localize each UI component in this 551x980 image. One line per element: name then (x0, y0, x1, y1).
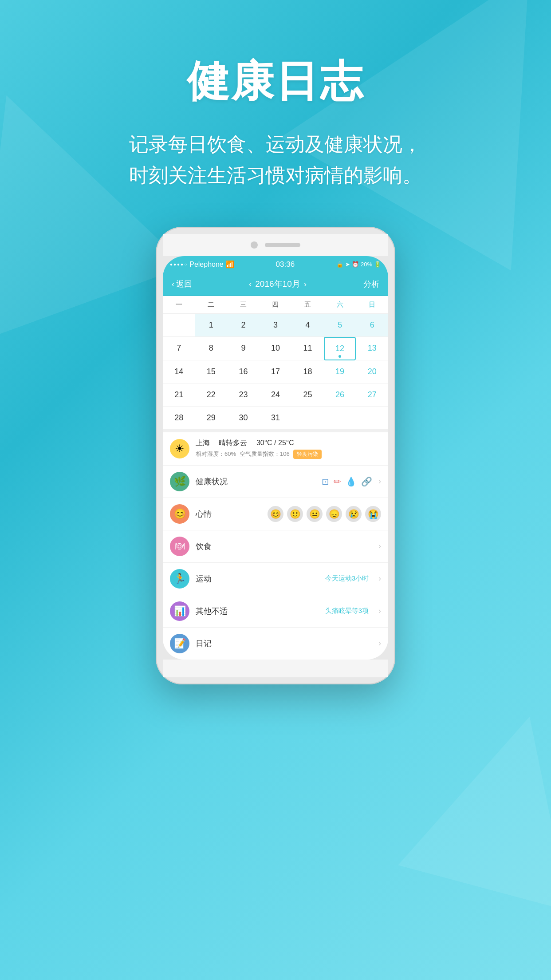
detail-section: ☀ 上海 晴转多云 30°C / 25°C 相对湿度：60% 空气质量指数：10… (163, 430, 388, 660)
health-chevron-icon: › (378, 477, 381, 486)
mood-crying[interactable]: 😭 (365, 506, 381, 522)
cal-cell-24[interactable]: 24 (260, 383, 292, 407)
cal-cell-23[interactable]: 23 (227, 383, 260, 407)
exercise-icon: 🏃 (170, 569, 189, 589)
list-row-exercise[interactable]: 🏃 运动 今天运动3小时 › (163, 563, 388, 595)
screen-content: ●●●●○ Pelephone 📶 03:36 🔒 ➤ ⏰ 20% 🔋 (163, 256, 388, 660)
cal-cell-17[interactable]: 17 (260, 360, 292, 383)
humidity-label: 相对湿度：60% (196, 450, 236, 458)
health-icon-chain: 🔗 (361, 476, 372, 487)
alarm-icon: ⏰ (352, 261, 359, 268)
weekday-fri: 五 (291, 296, 324, 313)
mood-sad[interactable]: 😞 (326, 506, 342, 522)
cal-cell-empty-1[interactable] (163, 314, 195, 337)
cal-cell-empty-6 (324, 407, 356, 430)
weekday-thu: 四 (260, 296, 292, 313)
wifi-icon: 📶 (225, 260, 234, 269)
discomfort-label: 其他不适 (196, 606, 319, 616)
cal-cell-15[interactable]: 15 (195, 360, 228, 383)
phone-container: ●●●●○ Pelephone 📶 03:36 🔒 ➤ ⏰ 20% 🔋 (0, 227, 551, 684)
back-button[interactable]: ‹ 返回 (172, 279, 192, 289)
cal-cell-16[interactable]: 16 (227, 360, 260, 383)
list-row-diet[interactable]: 🍽 饮食 › (163, 530, 388, 563)
diary-icon: 📝 (170, 634, 189, 653)
cal-cell-1[interactable]: 1 (195, 314, 228, 337)
list-row-diary[interactable]: 📝 日记 › (163, 628, 388, 660)
weather-city: 上海 (196, 439, 210, 447)
calendar-grid[interactable]: 1 2 3 4 5 6 7 8 9 10 11 12 13 (163, 314, 388, 430)
cal-cell-19[interactable]: 19 (324, 360, 356, 383)
cal-cell-20[interactable]: 20 (356, 360, 388, 383)
exercise-value: 今天运动3小时 (325, 574, 369, 583)
cal-cell-8[interactable]: 8 (195, 337, 228, 360)
status-time: 03:36 (276, 260, 295, 269)
cal-cell-25[interactable]: 25 (291, 383, 324, 407)
cal-cell-9[interactable]: 9 (227, 337, 260, 360)
weekday-tue: 二 (195, 296, 228, 313)
mood-neutral[interactable]: 😐 (307, 506, 323, 522)
phone-outer: ●●●●○ Pelephone 📶 03:36 🔒 ➤ ⏰ 20% 🔋 (156, 227, 395, 684)
status-right: 🔒 ➤ ⏰ 20% 🔋 (336, 261, 381, 268)
cal-cell-30[interactable]: 30 (227, 407, 260, 430)
phone-top-bar (163, 234, 388, 256)
calendar-weekdays: 一 二 三 四 五 六 日 (163, 296, 388, 314)
list-row-health[interactable]: 🌿 健康状况 ⊡ ✏ 💧 🔗 › (163, 466, 388, 498)
diet-chevron-icon: › (378, 541, 381, 551)
discomfort-chevron-icon: › (378, 606, 381, 616)
cal-cell-13[interactable]: 13 (356, 337, 388, 360)
weekday-sun: 日 (356, 296, 388, 313)
cal-cell-31[interactable]: 31 (260, 407, 292, 430)
cal-cell-12[interactable]: 12 (324, 337, 356, 360)
analyze-button[interactable]: 分析 (363, 279, 379, 289)
main-title: 健康日志 (0, 53, 551, 111)
health-icon-drop: 💧 (346, 476, 357, 487)
pollution-badge: 轻度污染 (293, 450, 322, 459)
status-left: ●●●●○ Pelephone 📶 (170, 260, 234, 269)
cal-cell-10[interactable]: 10 (260, 337, 292, 360)
weather-row: ☀ 上海 晴转多云 30°C / 25°C 相对湿度：60% 空气质量指数：10… (163, 432, 388, 466)
cal-cell-2[interactable]: 2 (227, 314, 260, 337)
cal-cell-28[interactable]: 28 (163, 407, 195, 430)
cal-cell-22[interactable]: 22 (195, 383, 228, 407)
discomfort-icon: 📊 (170, 601, 189, 621)
nav-bar: ‹ 返回 ‹ 2016年10月 › 分析 (163, 273, 388, 296)
exercise-label: 运动 (196, 573, 319, 584)
cal-cell-empty-7 (356, 407, 388, 430)
cal-cell-26[interactable]: 26 (324, 383, 356, 407)
diary-label: 日记 (196, 638, 372, 649)
list-row-discomfort[interactable]: 📊 其他不适 头痛眩晕等3项 › (163, 595, 388, 628)
list-row-mood[interactable]: 😊 心情 😊 🙂 😐 😞 😢 😭 (163, 498, 388, 530)
cal-cell-11[interactable]: 11 (291, 337, 324, 360)
mood-selector[interactable]: 😊 🙂 😐 😞 😢 😭 (268, 506, 381, 522)
health-icon-bp: ⊡ (322, 476, 329, 487)
cal-cell-4[interactable]: 4 (291, 314, 324, 337)
health-action-icons: ⊡ ✏ 💧 🔗 (322, 476, 372, 487)
cal-cell-27[interactable]: 27 (356, 383, 388, 407)
mood-very-happy[interactable]: 😊 (268, 506, 283, 522)
cal-cell-6[interactable]: 6 (356, 314, 388, 337)
cal-cell-5[interactable]: 5 (324, 314, 356, 337)
subtitle: 记录每日饮食、运动及健康状况， 时刻关注生活习惯对病情的影响。 (0, 129, 551, 191)
weather-sub: 相对湿度：60% 空气质量指数：106 轻度污染 (196, 450, 381, 459)
health-icon-pencil: ✏ (334, 476, 341, 487)
cal-cell-7[interactable]: 7 (163, 337, 195, 360)
back-chevron: ‹ (172, 280, 174, 289)
mood-icon: 😊 (170, 504, 189, 524)
status-bar: ●●●●○ Pelephone 📶 03:36 🔒 ➤ ⏰ 20% 🔋 (163, 256, 388, 273)
cal-cell-21[interactable]: 21 (163, 383, 195, 407)
cal-cell-14[interactable]: 14 (163, 360, 195, 383)
weather-icon: ☀ (170, 439, 189, 458)
cal-cell-18[interactable]: 18 (291, 360, 324, 383)
carrier-name: Pelephone (189, 261, 224, 269)
weekday-sat: 六 (324, 296, 356, 313)
cal-cell-29[interactable]: 29 (195, 407, 228, 430)
mood-happy[interactable]: 🙂 (287, 506, 303, 522)
location-icon: ➤ (345, 261, 350, 268)
phone-screen: ●●●●○ Pelephone 📶 03:36 🔒 ➤ ⏰ 20% 🔋 (163, 256, 388, 660)
cal-cell-3[interactable]: 3 (260, 314, 292, 337)
month-year-label: 2016年10月 (255, 278, 300, 290)
mood-very-sad[interactable]: 😢 (346, 506, 362, 522)
next-month-button[interactable]: › (304, 279, 307, 289)
prev-month-button[interactable]: ‹ (249, 279, 252, 289)
diary-chevron-icon: › (378, 639, 381, 648)
